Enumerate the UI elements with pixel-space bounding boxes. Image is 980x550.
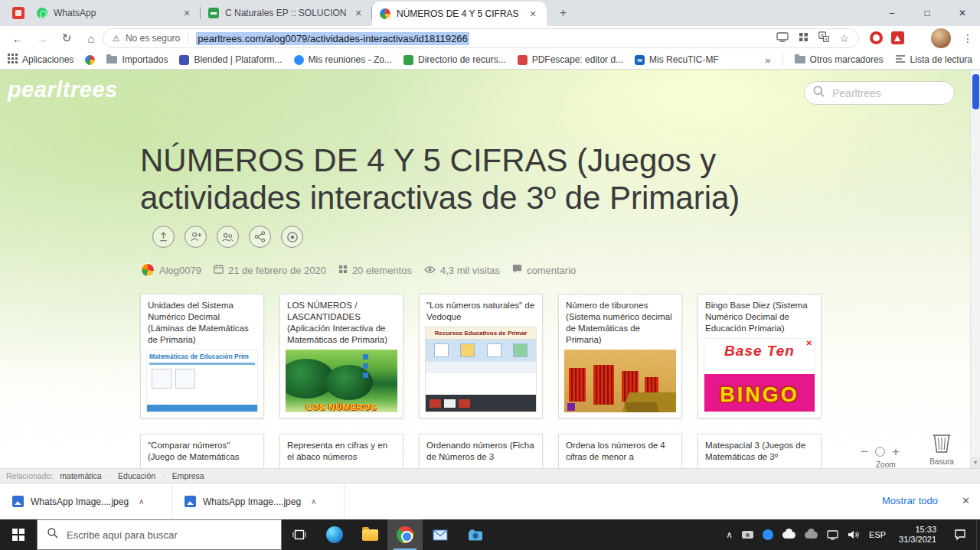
- tab-numeros-active[interactable]: NÚMEROS DE 4 Y 5 CIFRAS (Jue... ✕: [372, 2, 547, 26]
- search-input[interactable]: [832, 87, 971, 99]
- card-numeros-naturales[interactable]: "Los números naturales" de Vedoque Recur…: [419, 294, 543, 418]
- taskbar-clock[interactable]: 15:33 31/3/2021: [891, 525, 944, 545]
- download-item-1[interactable]: WhatsApp Image....jpeg ∧: [0, 483, 172, 519]
- card-thumbnail[interactable]: Recursos Educativos de Primar: [425, 327, 537, 412]
- camera-taskbar-icon[interactable]: [458, 519, 493, 550]
- onedrive-icon[interactable]: [778, 519, 800, 550]
- acrobat-extension-icon[interactable]: [891, 31, 904, 44]
- tray-zoom-app-icon[interactable]: [758, 519, 778, 550]
- bookmark-blended[interactable]: Blended | Plataform...: [179, 54, 282, 65]
- taskbar-search-input[interactable]: [67, 529, 272, 541]
- file-explorer-taskbar-icon[interactable]: [352, 519, 387, 550]
- scrollbar-thumb[interactable]: [972, 74, 979, 109]
- downloads-bar-close-icon[interactable]: ✕: [962, 495, 970, 506]
- extension-red-icon[interactable]: [870, 31, 883, 44]
- show-all-downloads-button[interactable]: Mostrar todo: [882, 495, 938, 506]
- scrollbar-down-arrow[interactable]: ▼: [971, 457, 980, 468]
- maximize-button[interactable]: □: [910, 0, 945, 26]
- tab-close-icon[interactable]: ✕: [181, 7, 193, 19]
- chrome-menu-icon[interactable]: ⋮: [959, 28, 977, 48]
- export-icon[interactable]: [152, 226, 175, 248]
- pearltrees-logo[interactable]: pearltrees: [8, 77, 118, 103]
- edge-taskbar-icon[interactable]: [317, 519, 352, 550]
- home-button[interactable]: ⌂: [81, 28, 101, 48]
- card-los-numeros[interactable]: LOS NÚMEROS / LASCANTIDADES (Aplicación …: [279, 294, 403, 418]
- card-bingo-base-diez[interactable]: Bingo Base Diez (Sistema Numérico Decima…: [697, 294, 822, 418]
- target-icon[interactable]: [281, 226, 303, 248]
- author-item[interactable]: Alog0079: [141, 263, 201, 277]
- card-representa-cifras[interactable]: Representa en cifras y en el ábaco númer…: [279, 434, 403, 468]
- zoom-in-button[interactable]: +: [892, 446, 900, 457]
- url-text-selected[interactable]: pearltrees.com/alog0079/actividades-inte…: [196, 32, 469, 45]
- page-scrollbar[interactable]: ▼: [970, 70, 980, 468]
- add-member-icon[interactable]: [185, 226, 207, 248]
- close-button[interactable]: ✕: [945, 0, 980, 26]
- back-button[interactable]: ←: [8, 28, 28, 48]
- new-tab-button[interactable]: +: [554, 5, 572, 22]
- action-center-button[interactable]: [944, 519, 976, 550]
- bookmark-pdfescape[interactable]: PDFescape: editor d...: [518, 54, 623, 65]
- share-icon[interactable]: [249, 226, 271, 248]
- start-button[interactable]: [0, 519, 37, 550]
- bookmarks-overflow-chevron[interactable]: »: [765, 54, 770, 66]
- card-matespacial[interactable]: Matespacial 3 (Juegos de Matemáticas de …: [697, 434, 822, 468]
- trash-dropzone[interactable]: Basura: [925, 431, 959, 466]
- bookmark-colorful-icon[interactable]: [85, 55, 95, 65]
- related-tag-emp[interactable]: Empresa: [172, 471, 204, 480]
- extensions-grid-icon[interactable]: [799, 31, 808, 45]
- comment-item[interactable]: comentario: [512, 264, 576, 276]
- related-tag-mat[interactable]: matemática: [60, 471, 101, 480]
- bookmark-directorio[interactable]: Directorio de recurs...: [403, 54, 506, 65]
- tab-close-icon[interactable]: ✕: [352, 7, 364, 19]
- minimize-button[interactable]: –: [874, 0, 910, 26]
- network-icon[interactable]: [822, 519, 843, 550]
- trash-label: Basura: [925, 457, 959, 466]
- cast-device-icon[interactable]: [776, 31, 789, 45]
- not-secure-warning-icon[interactable]: ⚠: [113, 34, 120, 44]
- apps-shortcut[interactable]: Aplicaciones: [8, 54, 74, 66]
- zoom-slider-knob[interactable]: [875, 447, 885, 457]
- bookmark-star-icon[interactable]: ☆: [839, 32, 849, 44]
- forward-button[interactable]: →: [32, 28, 52, 48]
- zoom-out-button[interactable]: −: [861, 446, 868, 457]
- profile-avatar[interactable]: [931, 28, 951, 48]
- address-bar[interactable]: ⚠ No es seguro pearltrees.com/alog0079/a…: [103, 28, 859, 48]
- card-thumbnail[interactable]: Base Ten ✕ BINGO: [704, 338, 815, 412]
- language-indicator[interactable]: ESP: [864, 530, 891, 539]
- card-thumbnail[interactable]: [564, 350, 676, 412]
- translate-icon[interactable]: Aa: [818, 31, 829, 45]
- download-menu-chevron[interactable]: ∧: [139, 497, 144, 506]
- bookmark-importados[interactable]: Importados: [106, 54, 168, 65]
- tray-camera-icon[interactable]: [737, 519, 758, 550]
- thumb-tile: [444, 399, 456, 408]
- onedrive-gray-icon[interactable]: [800, 519, 822, 550]
- tab-whatsapp[interactable]: WhatsApp ✕: [29, 0, 201, 26]
- tab-close-icon[interactable]: ✕: [527, 8, 539, 20]
- other-bookmarks[interactable]: Otros marcadores: [795, 54, 884, 65]
- card-thumbnail[interactable]: LOS NÚMEROS: [286, 350, 397, 412]
- reading-list[interactable]: Lista de lectura: [895, 54, 972, 66]
- card-unidades-sistema[interactable]: Unidades del Sistema Numérico Decimal (L…: [140, 294, 264, 418]
- team-icon[interactable]: [217, 226, 239, 248]
- bookmark-mis-reuniones[interactable]: Mis reuniones - Zo...: [294, 54, 392, 65]
- download-item-2[interactable]: WhatsApp Image....jpeg ∧: [172, 483, 345, 519]
- pearltrees-search-box[interactable]: [804, 81, 955, 105]
- card-numero-tiburones[interactable]: Número de tiburones (Sistema numérico de…: [558, 294, 682, 418]
- download-menu-chevron[interactable]: ∧: [311, 497, 316, 506]
- task-view-button[interactable]: [282, 519, 317, 550]
- card-comparar-numeros[interactable]: "Comparar números" (Juego de Matemáticas: [140, 434, 264, 468]
- related-tag-edu[interactable]: Educación: [118, 471, 155, 480]
- mail-taskbar-icon[interactable]: [423, 519, 458, 550]
- show-desktop-strip[interactable]: [976, 519, 980, 550]
- taskbar-search[interactable]: [37, 519, 282, 550]
- reload-button[interactable]: ↻: [57, 28, 77, 48]
- bookmark-recutic[interactable]: w Mis RecuTIC-MF: [635, 54, 719, 65]
- chrome-taskbar-icon[interactable]: [387, 519, 423, 550]
- volume-icon[interactable]: [843, 519, 864, 550]
- card-thumbnail[interactable]: Matemáticas de Educación Prim: [146, 350, 258, 412]
- tab-c-naturales[interactable]: C Naturales EP :: SOLUCIONESIT... ✕: [201, 0, 372, 26]
- pinned-tab-favicon[interactable]: [12, 7, 24, 19]
- card-ordenando-numeros[interactable]: Ordenando números (Ficha de Números de 3: [419, 434, 543, 468]
- card-ordena-numeros[interactable]: Ordena los números de 4 cifras de menor …: [558, 434, 682, 468]
- hidden-icons-chevron[interactable]: ∧: [721, 519, 737, 550]
